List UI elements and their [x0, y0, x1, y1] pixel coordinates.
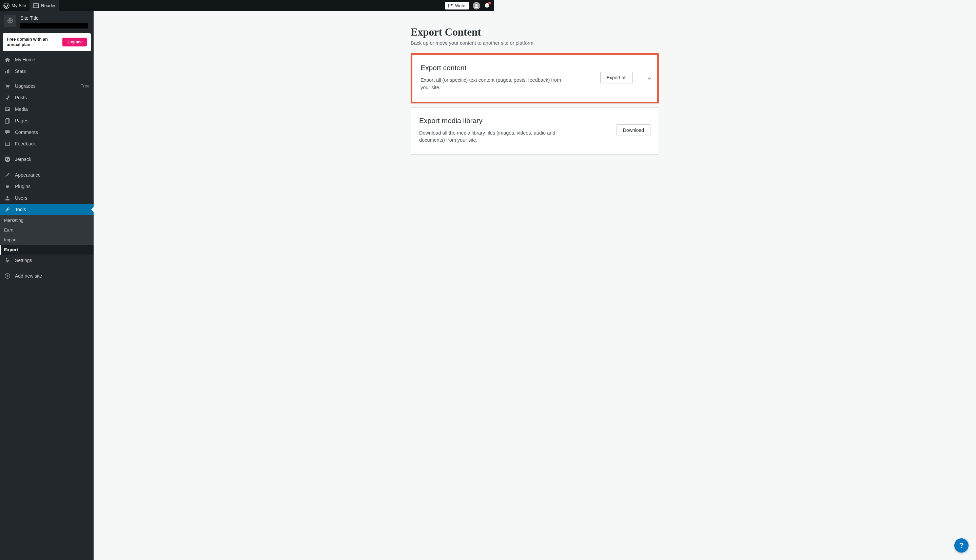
svg-rect-5 [5, 71, 7, 73]
svg-rect-13 [5, 119, 9, 123]
upgrade-card: Free domain with an annual plan Upgrade [3, 33, 91, 51]
svg-point-24 [7, 262, 8, 262]
svg-point-17 [5, 156, 10, 162]
write-label: Write [455, 3, 465, 8]
sidebar-item-posts[interactable]: Posts [0, 92, 93, 103]
home-icon [4, 57, 11, 63]
notifications-button[interactable] [484, 2, 491, 9]
svg-point-3 [475, 4, 477, 6]
sliders-icon [4, 257, 11, 263]
sidebar-item-settings[interactable]: Settings [0, 255, 93, 266]
topbar-right: Write [445, 2, 494, 10]
avatar[interactable] [473, 2, 480, 10]
sidebar-item-label: Add new site [15, 273, 42, 278]
page-title: Export Content [411, 26, 494, 38]
sidebar-item-my-home[interactable]: My Home [0, 54, 93, 65]
sidebar-item-label: Jetpack [15, 157, 31, 162]
media-icon [4, 106, 11, 112]
sidebar-item-plugins[interactable]: Plugins [0, 181, 93, 192]
write-plus-icon [448, 3, 453, 8]
cart-icon [4, 83, 11, 89]
sidebar-item-appearance[interactable]: Appearance [0, 169, 93, 181]
svg-rect-7 [8, 69, 10, 73]
plug-icon [4, 183, 11, 190]
notification-dot-icon [488, 2, 491, 4]
nav-divider [12, 78, 90, 78]
upgrade-text: Free domain with an annual plan [7, 37, 54, 48]
sidebar: Site Title Free domain with an annual pl… [0, 11, 93, 283]
sidebar-item-upgrades[interactable]: Upgrades Free [0, 80, 93, 92]
sidebar-item-tools[interactable]: Tools [0, 204, 93, 215]
svg-point-23 [8, 260, 9, 261]
site-url-redacted [20, 23, 88, 28]
export-content-desc: Export all (or specific) text content (p… [420, 77, 494, 92]
plus-circle-icon [4, 273, 11, 279]
sidebar-item-label: Users [15, 195, 27, 201]
svg-point-18 [7, 196, 8, 198]
brush-icon [4, 172, 11, 178]
main-content: Export Content Back up or move your cont… [93, 11, 494, 283]
svg-point-11 [7, 108, 7, 109]
subnav-earn[interactable]: Earn [0, 225, 93, 235]
pin-icon [4, 95, 11, 101]
reader-icon [33, 3, 39, 8]
user-icon [4, 195, 11, 201]
top-bar: My Site Reader Write [0, 0, 494, 11]
sidebar-item-media[interactable]: Media [0, 103, 93, 115]
site-title: Site Title [20, 15, 88, 21]
site-header[interactable]: Site Title [0, 11, 93, 30]
subnav-import[interactable]: Import [0, 235, 93, 245]
reader-tab[interactable]: Reader [30, 0, 59, 11]
site-icon [4, 15, 16, 27]
topbar-left: My Site Reader [0, 0, 59, 11]
sidebar-item-comments[interactable]: Comments [0, 127, 93, 138]
export-content-title: Export content [420, 64, 494, 72]
jetpack-icon [4, 156, 11, 162]
pages-icon [4, 118, 11, 124]
upgrade-button[interactable]: Upgrade [62, 38, 87, 47]
sidebar-item-label: Stats [15, 68, 26, 74]
wrench-icon [4, 207, 11, 213]
svg-point-22 [6, 258, 7, 259]
sidebar-item-stats[interactable]: Stats [0, 65, 93, 77]
export-media-title: Export media library [419, 117, 494, 125]
reader-label: Reader [41, 3, 56, 8]
wp-logo-my-site[interactable]: My Site [0, 0, 30, 11]
sidebar-item-jetpack[interactable]: Jetpack [0, 153, 93, 165]
svg-point-9 [8, 87, 9, 88]
tools-subnav: Marketing Earn Import Export [0, 215, 93, 255]
sidebar-item-label: Upgrades [15, 83, 36, 89]
comments-icon [4, 129, 11, 135]
sidebar-item-label: Media [15, 107, 28, 112]
sidebar-item-label: Appearance [15, 172, 41, 178]
write-button[interactable]: Write [445, 2, 469, 10]
export-media-desc: Download all the media library files (im… [419, 130, 494, 144]
my-site-label: My Site [12, 3, 26, 8]
svg-rect-14 [5, 142, 10, 145]
stats-icon [4, 68, 11, 74]
sidebar-item-label: Posts [15, 95, 27, 100]
svg-point-8 [7, 87, 7, 88]
sidebar-item-label: Tools [15, 207, 26, 212]
page-subtitle: Back up or move your content to another … [411, 40, 494, 46]
sidebar-item-label: Pages [15, 118, 28, 123]
sidebar-item-label: Feedback [15, 141, 36, 147]
sidebar-item-label: Settings [15, 258, 32, 263]
sidebar-item-label: Comments [15, 130, 38, 135]
export-content-highlight: Export content Export all (or specific) … [411, 53, 494, 103]
svg-rect-6 [7, 70, 8, 73]
subnav-marketing[interactable]: Marketing [0, 215, 93, 225]
sidebar-item-feedback[interactable]: Feedback [0, 138, 93, 150]
subnav-export[interactable]: Export [0, 245, 93, 255]
sidebar-item-label: Plugins [15, 184, 30, 189]
sidebar-item-users[interactable]: Users [0, 192, 93, 204]
upgrades-badge: Free [80, 83, 90, 88]
sidebar-item-add-new-site[interactable]: Add new site [0, 270, 93, 282]
sidebar-item-pages[interactable]: Pages [0, 115, 93, 127]
feedback-icon [4, 141, 11, 147]
export-media-card: Export media library Download all the me… [411, 107, 494, 155]
sidebar-item-label: My Home [15, 57, 35, 62]
wordpress-logo-icon [3, 3, 10, 9]
svg-rect-1 [33, 4, 38, 8]
